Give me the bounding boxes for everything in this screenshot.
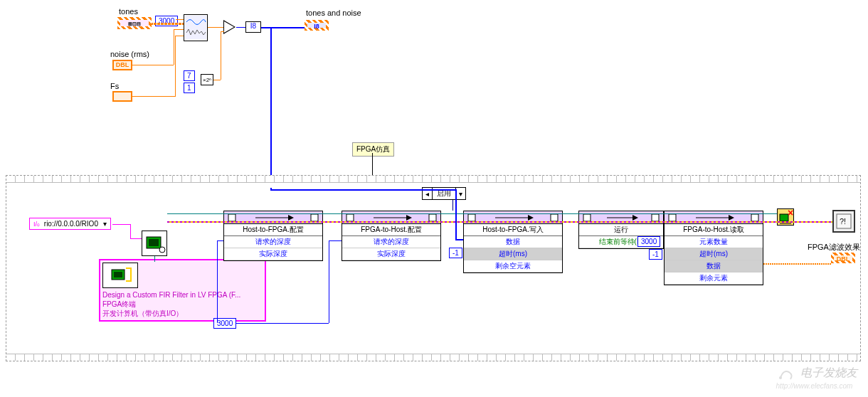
svg-rect-0: [185, 16, 206, 40]
fpga-ref-icon: [102, 263, 138, 288]
wire: [329, 240, 329, 323]
tones-label: tones: [119, 7, 138, 16]
error-out-indicator[interactable]: ?!: [832, 210, 855, 233]
wire: [175, 36, 184, 36]
const-3000-elements[interactable]: 3000: [637, 236, 660, 247]
wire: [455, 239, 463, 240]
tones-noise-indicator-terminal[interactable]: I8: [305, 20, 329, 31]
const-7[interactable]: 7: [184, 70, 195, 81]
fpga-ref-line2: FPGA终端: [102, 300, 263, 309]
svg-rect-12: [583, 214, 591, 221]
io-glyph-icon: I/₀: [33, 221, 40, 228]
open-fpga-vi-ref-node[interactable]: [142, 231, 167, 256]
param-remaining[interactable]: 剩余元素: [665, 272, 763, 285]
open-fpga-icon: [144, 233, 166, 255]
method-name: 运行: [579, 224, 663, 236]
svg-rect-7: [311, 214, 318, 221]
svg-rect-8: [346, 214, 354, 221]
multiply-node[interactable]: [224, 21, 234, 33]
tones-control-terminal[interactable]: ⊞⊡⊟: [117, 17, 152, 29]
wire: [208, 27, 223, 28]
param-timeout[interactable]: 超时(ms): [464, 248, 562, 260]
wire: [132, 65, 174, 65]
param-element-count[interactable]: 元素数量: [665, 236, 763, 248]
wire: [455, 189, 457, 239]
wire: [167, 213, 777, 214]
wire: [130, 224, 131, 238]
svg-text:×: ×: [788, 209, 793, 218]
wire: [329, 240, 342, 241]
wire: [130, 238, 142, 239]
svg-rect-2: [149, 239, 159, 246]
svg-rect-9: [429, 214, 436, 221]
seq-film-bottom: [6, 354, 860, 361]
wire: [167, 221, 832, 223]
invoke-host-to-fpga-write[interactable]: Host-to-FPGA.写入 数据 超时(ms) 剩余空元素: [463, 211, 563, 273]
wire: [221, 31, 221, 80]
svg-rect-15: [751, 214, 758, 221]
noise-rms-label: noise (rms): [110, 50, 149, 58]
x2-icon: ×2ⁿ: [201, 77, 211, 83]
param-timeout[interactable]: 超时(ms): [665, 248, 763, 260]
param-empty-remaining[interactable]: 剩余空元素: [464, 260, 562, 272]
svg-rect-6: [228, 214, 235, 221]
error-icon: ?!: [835, 213, 852, 230]
svg-rect-14: [669, 214, 676, 221]
wire: [132, 96, 175, 97]
wire: [175, 36, 176, 97]
to-i8-node[interactable]: I8: [245, 21, 261, 33]
noise-rms-control-terminal[interactable]: DBL: [112, 60, 132, 70]
wire: [763, 263, 831, 265]
fpga-ref-line1: Design a Custom FIR Filter in LV FPGA (F…: [102, 290, 263, 300]
fpga-vi-reference[interactable]: Design a Custom FIR Filter in LV FPGA (F…: [99, 259, 266, 322]
method-name: Host-to-FPGA.写入: [464, 224, 562, 236]
wire: [176, 19, 184, 20]
rio-url-text: rio://0.0.0.0/RIO0: [44, 220, 98, 228]
const-1[interactable]: 1: [184, 83, 195, 93]
wire: [174, 29, 184, 30]
fpga-chip-icon: [106, 265, 134, 285]
wire: [270, 27, 272, 189]
param-requested-depth[interactable]: 请求的深度: [224, 236, 322, 248]
param-actual-depth[interactable]: 实际深度: [342, 248, 440, 260]
wire: [236, 323, 329, 324]
wire: [112, 224, 130, 225]
svg-rect-13: [652, 214, 659, 221]
wire: [174, 29, 174, 65]
svg-point-3: [159, 247, 165, 253]
tones-noise-label: tones and noise: [306, 9, 361, 17]
method-name: FPGA-to-Host.读取: [665, 224, 763, 236]
const-neg1-timeout-a[interactable]: -1: [449, 248, 462, 258]
wire: [270, 189, 455, 191]
seq-film-top: [6, 176, 860, 183]
invoke-fpga-to-host-config[interactable]: FPGA-to-Host.配置 请求的深度 实际深度: [342, 211, 441, 261]
svg-point-20: [779, 376, 782, 379]
wire: [236, 27, 245, 28]
param-data[interactable]: 数据: [665, 260, 763, 272]
dropdown-icon[interactable]: ▾: [103, 220, 107, 228]
signal-generator-node[interactable]: [184, 14, 208, 41]
fpga-filter-result-indicator[interactable]: DBL: [831, 253, 855, 263]
fpga-sim-tooltip: FPGA仿真: [352, 142, 394, 157]
ring-right-icon[interactable]: ▾: [455, 188, 465, 199]
wire: [221, 31, 224, 32]
watermark-logo-icon: [776, 365, 798, 382]
fs-control-terminal[interactable]: [112, 91, 132, 102]
wire: [152, 23, 184, 25]
wire: [452, 200, 453, 211]
invoke-host-to-fpga-config[interactable]: Host-to-FPGA.配置 请求的深度 实际深度: [223, 211, 323, 261]
param-data[interactable]: 数据: [464, 236, 562, 248]
const-neg1-timeout-b[interactable]: -1: [649, 249, 662, 260]
waveform-icon: [184, 15, 207, 41]
fpga-ref-line3: 开发计算机（带仿真I/O）: [102, 309, 263, 318]
param-requested-depth[interactable]: 请求的深度: [342, 236, 440, 248]
fpga-filter-result-label: FPGA滤波效果: [808, 242, 860, 253]
svg-rect-11: [551, 214, 558, 221]
svg-rect-10: [468, 214, 475, 221]
watermark: 电子发烧友 http://www.elecfans.com: [776, 365, 857, 390]
wire: [217, 240, 223, 241]
rio-url-constant[interactable]: I/₀ rio://0.0.0.0/RIO0 ▾: [29, 218, 111, 230]
scale-power2-node[interactable]: ×2ⁿ: [201, 74, 213, 85]
param-actual-depth[interactable]: 实际深度: [224, 248, 322, 260]
close-fpga-vi-ref-node[interactable]: ×: [777, 208, 794, 226]
